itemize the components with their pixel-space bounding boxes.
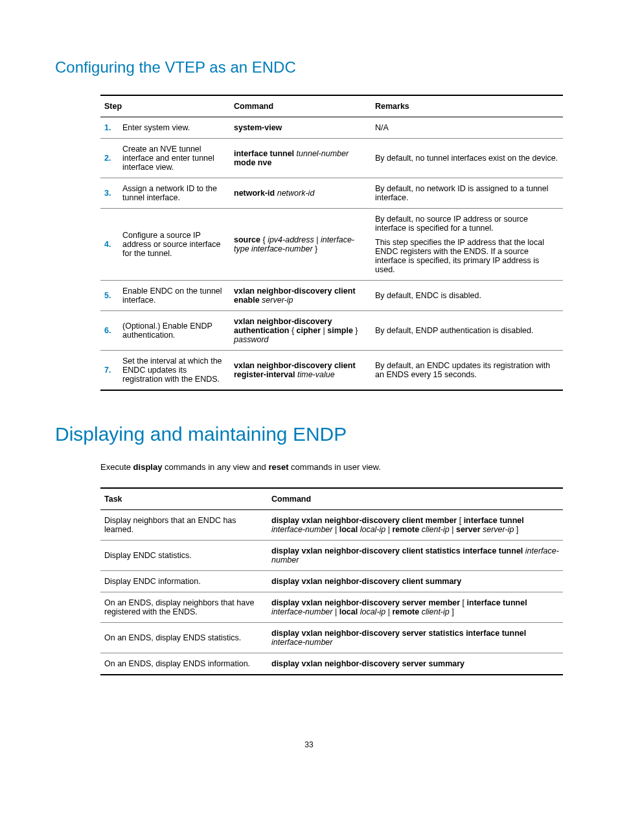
- remarks-cell: By default, ENDC is disabled.: [371, 281, 563, 311]
- step-desc: Set the interval at which the ENDC updat…: [119, 351, 230, 391]
- table-row: 6.(Optional.) Enable ENDP authentication…: [100, 311, 563, 351]
- task-cell: Display ENDC statistics.: [100, 541, 268, 571]
- intro-text: Execute display commands in any view and…: [100, 462, 563, 472]
- remarks-cell: By default, no network ID is assigned to…: [371, 178, 563, 209]
- table-row: Display ENDC statistics.display vxlan ne…: [100, 541, 563, 571]
- table-row: 5.Enable ENDC on the tunnel interface.vx…: [100, 281, 563, 311]
- remarks-cell: N/A: [371, 117, 563, 139]
- remarks-cell: By default, ENDP authentication is disab…: [371, 311, 563, 351]
- step-number: 7.: [100, 351, 119, 391]
- display-endp-table: Task Command Display neighbors that an E…: [100, 487, 563, 675]
- command-cell: vxlan neighbor-discovery client register…: [230, 351, 371, 391]
- table-row: 4.Configure a source IP address or sourc…: [100, 209, 563, 281]
- command-cell: display vxlan neighbor-discovery server …: [268, 623, 563, 653]
- th-task: Task: [100, 488, 268, 510]
- step-number: 5.: [100, 281, 119, 311]
- th-command: Command: [268, 488, 563, 510]
- task-cell: On an ENDS, display neighbors that have …: [100, 592, 268, 623]
- step-desc: Create an NVE tunnel interface and enter…: [119, 139, 230, 178]
- remarks-cell: By default, no source IP address or sour…: [371, 209, 563, 281]
- command-cell: network-id network-id: [230, 178, 371, 209]
- step-desc: Configure a source IP address or source …: [119, 209, 230, 281]
- step-number: 4.: [100, 209, 119, 281]
- page-number: 33: [55, 740, 563, 749]
- step-desc: Assign a network ID to the tunnel interf…: [119, 178, 230, 209]
- remarks-cell: By default, an ENDC updates its registra…: [371, 351, 563, 391]
- command-cell: display vxlan neighbor-discovery server …: [268, 592, 563, 623]
- th-remarks: Remarks: [371, 95, 563, 117]
- command-cell: source { ipv4-address | interface-type i…: [230, 209, 371, 281]
- main-heading: Displaying and maintaining ENDP: [55, 423, 563, 445]
- command-cell: interface tunnel tunnel-numbermode nve: [230, 139, 371, 178]
- step-desc: Enter system view.: [119, 117, 230, 139]
- step-number: 3.: [100, 178, 119, 209]
- step-number: 1.: [100, 117, 119, 139]
- task-cell: On an ENDS, display ENDS information.: [100, 653, 268, 675]
- step-number: 6.: [100, 311, 119, 351]
- task-cell: Display neighbors that an ENDC has learn…: [100, 510, 268, 541]
- table-row: Display ENDC information.display vxlan n…: [100, 571, 563, 592]
- task-cell: On an ENDS, display ENDS statistics.: [100, 623, 268, 653]
- command-cell: vxlan neighbor-discovery client enable s…: [230, 281, 371, 311]
- table-row: On an ENDS, display ENDS information.dis…: [100, 653, 563, 675]
- config-vtep-table: Step Command Remarks 1.Enter system view…: [100, 95, 563, 391]
- th-step: Step: [100, 95, 230, 117]
- table-row: 2.Create an NVE tunnel interface and ent…: [100, 139, 563, 178]
- step-desc: Enable ENDC on the tunnel interface.: [119, 281, 230, 311]
- remarks-cell: By default, no tunnel interfaces exist o…: [371, 139, 563, 178]
- command-cell: system-view: [230, 117, 371, 139]
- th-command: Command: [230, 95, 371, 117]
- table-row: On an ENDS, display neighbors that have …: [100, 592, 563, 623]
- section-heading: Configuring the VTEP as an ENDC: [55, 58, 563, 76]
- command-cell: display vxlan neighbor-discovery server …: [268, 653, 563, 675]
- step-number: 2.: [100, 139, 119, 178]
- command-cell: vxlan neighbor-discovery authentication …: [230, 311, 371, 351]
- command-cell: display vxlan neighbor-discovery client …: [268, 541, 563, 571]
- table-row: 1.Enter system view.system-viewN/A: [100, 117, 563, 139]
- command-cell: display vxlan neighbor-discovery client …: [268, 510, 563, 541]
- table-row: Display neighbors that an ENDC has learn…: [100, 510, 563, 541]
- table-row: 3.Assign a network ID to the tunnel inte…: [100, 178, 563, 209]
- task-cell: Display ENDC information.: [100, 571, 268, 592]
- step-desc: (Optional.) Enable ENDP authentication.: [119, 311, 230, 351]
- table-row: 7.Set the interval at which the ENDC upd…: [100, 351, 563, 391]
- command-cell: display vxlan neighbor-discovery client …: [268, 571, 563, 592]
- table-row: On an ENDS, display ENDS statistics.disp…: [100, 623, 563, 653]
